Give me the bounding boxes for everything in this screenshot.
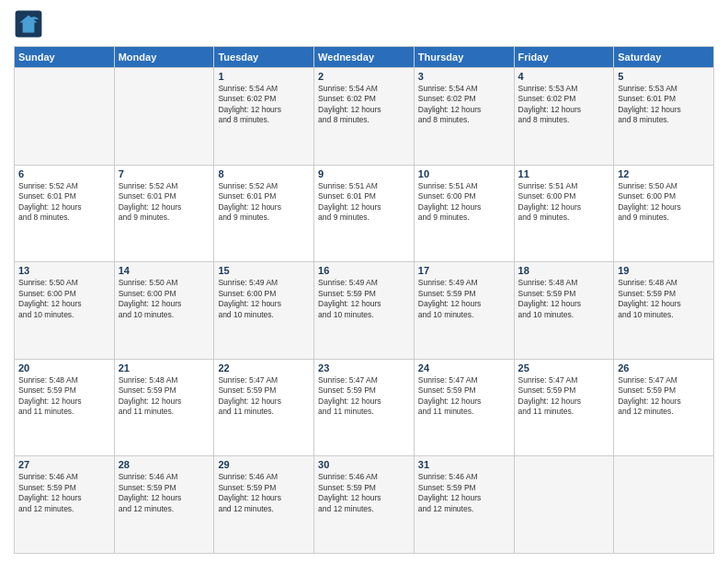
calendar-cell: 15Sunrise: 5:49 AM Sunset: 6:00 PM Dayli…: [214, 262, 314, 360]
day-number: 12: [618, 168, 710, 179]
day-info: Sunrise: 5:50 AM Sunset: 6:00 PM Dayligh…: [119, 278, 210, 320]
day-info: Sunrise: 5:46 AM Sunset: 5:59 PM Dayligh…: [119, 472, 210, 514]
day-info: Sunrise: 5:47 AM Sunset: 5:59 PM Dayligh…: [518, 375, 610, 418]
calendar-header-thursday: Thursday: [414, 47, 514, 68]
page: SundayMondayTuesdayWednesdayThursdayFrid…: [0, 0, 728, 563]
calendar-cell: 29Sunrise: 5:46 AM Sunset: 5:59 PM Dayli…: [214, 456, 314, 554]
day-number: 1: [218, 71, 310, 82]
calendar-cell: 8Sunrise: 5:52 AM Sunset: 6:01 PM Daylig…: [214, 165, 314, 262]
logo-icon: [14, 9, 43, 39]
day-info: Sunrise: 5:51 AM Sunset: 6:01 PM Dayligh…: [318, 181, 410, 224]
calendar-week-4: 20Sunrise: 5:48 AM Sunset: 5:59 PM Dayli…: [15, 359, 714, 456]
day-info: Sunrise: 5:54 AM Sunset: 6:02 PM Dayligh…: [418, 84, 510, 126]
day-number: 27: [18, 459, 110, 470]
day-number: 31: [418, 459, 510, 470]
day-number: 30: [318, 459, 410, 470]
day-info: Sunrise: 5:48 AM Sunset: 5:59 PM Dayligh…: [18, 375, 110, 418]
day-number: 15: [218, 265, 310, 276]
calendar-cell: [114, 68, 214, 166]
day-number: 16: [318, 265, 410, 276]
calendar-cell: 23Sunrise: 5:47 AM Sunset: 5:59 PM Dayli…: [314, 359, 415, 456]
calendar-header-row: SundayMondayTuesdayWednesdayThursdayFrid…: [15, 47, 714, 68]
day-info: Sunrise: 5:49 AM Sunset: 5:59 PM Dayligh…: [418, 278, 510, 320]
day-number: 18: [518, 265, 610, 276]
day-number: 7: [119, 168, 210, 179]
day-info: Sunrise: 5:50 AM Sunset: 6:00 PM Dayligh…: [18, 278, 110, 320]
day-info: Sunrise: 5:49 AM Sunset: 5:59 PM Dayligh…: [318, 278, 410, 320]
day-number: 22: [218, 362, 310, 373]
day-info: Sunrise: 5:51 AM Sunset: 6:00 PM Dayligh…: [518, 181, 610, 224]
day-info: Sunrise: 5:46 AM Sunset: 5:59 PM Dayligh…: [418, 472, 510, 514]
day-number: 19: [618, 265, 710, 276]
day-info: Sunrise: 5:46 AM Sunset: 5:59 PM Dayligh…: [318, 472, 410, 514]
calendar-cell: 17Sunrise: 5:49 AM Sunset: 5:59 PM Dayli…: [414, 262, 514, 360]
calendar-cell: 27Sunrise: 5:46 AM Sunset: 5:59 PM Dayli…: [15, 456, 115, 554]
day-info: Sunrise: 5:53 AM Sunset: 6:01 PM Dayligh…: [618, 84, 710, 126]
calendar-cell: 11Sunrise: 5:51 AM Sunset: 6:00 PM Dayli…: [514, 165, 614, 262]
day-number: 11: [518, 168, 610, 179]
day-info: Sunrise: 5:54 AM Sunset: 6:02 PM Dayligh…: [318, 84, 410, 126]
calendar-cell: 4Sunrise: 5:53 AM Sunset: 6:02 PM Daylig…: [514, 68, 614, 166]
day-info: Sunrise: 5:52 AM Sunset: 6:01 PM Dayligh…: [218, 181, 310, 224]
calendar-header-tuesday: Tuesday: [214, 47, 314, 68]
calendar-cell: 16Sunrise: 5:49 AM Sunset: 5:59 PM Dayli…: [314, 262, 415, 360]
day-number: 24: [418, 362, 510, 373]
day-info: Sunrise: 5:52 AM Sunset: 6:01 PM Dayligh…: [119, 181, 210, 224]
day-info: Sunrise: 5:48 AM Sunset: 5:59 PM Dayligh…: [618, 278, 710, 320]
calendar-cell: 22Sunrise: 5:47 AM Sunset: 5:59 PM Dayli…: [214, 359, 314, 456]
calendar-cell: 12Sunrise: 5:50 AM Sunset: 6:00 PM Dayli…: [614, 165, 714, 262]
calendar-cell: 19Sunrise: 5:48 AM Sunset: 5:59 PM Dayli…: [614, 262, 714, 360]
day-number: 13: [18, 265, 110, 276]
day-number: 21: [119, 362, 210, 373]
calendar-cell: [614, 456, 714, 554]
day-number: 28: [119, 459, 210, 470]
calendar-header-monday: Monday: [114, 47, 214, 68]
calendar-cell: 25Sunrise: 5:47 AM Sunset: 5:59 PM Dayli…: [514, 359, 614, 456]
day-number: 6: [18, 168, 110, 179]
day-info: Sunrise: 5:49 AM Sunset: 6:00 PM Dayligh…: [218, 278, 310, 320]
calendar-header-friday: Friday: [514, 47, 614, 68]
day-info: Sunrise: 5:48 AM Sunset: 5:59 PM Dayligh…: [119, 375, 210, 418]
day-number: 17: [418, 265, 510, 276]
calendar-cell: 10Sunrise: 5:51 AM Sunset: 6:00 PM Dayli…: [414, 165, 514, 262]
calendar-cell: 3Sunrise: 5:54 AM Sunset: 6:02 PM Daylig…: [414, 68, 514, 166]
header: [14, 9, 714, 39]
calendar: SundayMondayTuesdayWednesdayThursdayFrid…: [14, 46, 714, 554]
day-info: Sunrise: 5:50 AM Sunset: 6:00 PM Dayligh…: [618, 181, 710, 224]
day-info: Sunrise: 5:52 AM Sunset: 6:01 PM Dayligh…: [18, 181, 110, 224]
day-number: 20: [18, 362, 110, 373]
calendar-cell: 14Sunrise: 5:50 AM Sunset: 6:00 PM Dayli…: [114, 262, 214, 360]
day-number: 8: [218, 168, 310, 179]
calendar-cell: 6Sunrise: 5:52 AM Sunset: 6:01 PM Daylig…: [15, 165, 115, 262]
calendar-week-3: 13Sunrise: 5:50 AM Sunset: 6:00 PM Dayli…: [15, 262, 714, 360]
day-info: Sunrise: 5:54 AM Sunset: 6:02 PM Dayligh…: [218, 84, 310, 126]
day-info: Sunrise: 5:47 AM Sunset: 5:59 PM Dayligh…: [418, 375, 510, 418]
calendar-header-saturday: Saturday: [614, 47, 714, 68]
day-number: 2: [318, 71, 410, 82]
calendar-cell: 30Sunrise: 5:46 AM Sunset: 5:59 PM Dayli…: [314, 456, 415, 554]
day-number: 29: [218, 459, 310, 470]
calendar-cell: 18Sunrise: 5:48 AM Sunset: 5:59 PM Dayli…: [514, 262, 614, 360]
calendar-cell: 31Sunrise: 5:46 AM Sunset: 5:59 PM Dayli…: [414, 456, 514, 554]
calendar-cell: 24Sunrise: 5:47 AM Sunset: 5:59 PM Dayli…: [414, 359, 514, 456]
calendar-week-1: 1Sunrise: 5:54 AM Sunset: 6:02 PM Daylig…: [15, 68, 714, 166]
logo: [14, 9, 47, 39]
day-info: Sunrise: 5:51 AM Sunset: 6:00 PM Dayligh…: [418, 181, 510, 224]
day-info: Sunrise: 5:47 AM Sunset: 5:59 PM Dayligh…: [318, 375, 410, 418]
calendar-header-sunday: Sunday: [15, 47, 115, 68]
calendar-cell: 28Sunrise: 5:46 AM Sunset: 5:59 PM Dayli…: [114, 456, 214, 554]
day-number: 10: [418, 168, 510, 179]
day-info: Sunrise: 5:46 AM Sunset: 5:59 PM Dayligh…: [218, 472, 310, 514]
calendar-cell: 21Sunrise: 5:48 AM Sunset: 5:59 PM Dayli…: [114, 359, 214, 456]
calendar-cell: 20Sunrise: 5:48 AM Sunset: 5:59 PM Dayli…: [15, 359, 115, 456]
day-number: 5: [618, 71, 710, 82]
day-info: Sunrise: 5:47 AM Sunset: 5:59 PM Dayligh…: [218, 375, 310, 418]
day-number: 23: [318, 362, 410, 373]
calendar-cell: 26Sunrise: 5:47 AM Sunset: 5:59 PM Dayli…: [614, 359, 714, 456]
calendar-cell: 7Sunrise: 5:52 AM Sunset: 6:01 PM Daylig…: [114, 165, 214, 262]
day-info: Sunrise: 5:47 AM Sunset: 5:59 PM Dayligh…: [618, 375, 710, 418]
calendar-cell: [514, 456, 614, 554]
day-number: 14: [119, 265, 210, 276]
calendar-cell: 13Sunrise: 5:50 AM Sunset: 6:00 PM Dayli…: [15, 262, 115, 360]
day-info: Sunrise: 5:48 AM Sunset: 5:59 PM Dayligh…: [518, 278, 610, 320]
